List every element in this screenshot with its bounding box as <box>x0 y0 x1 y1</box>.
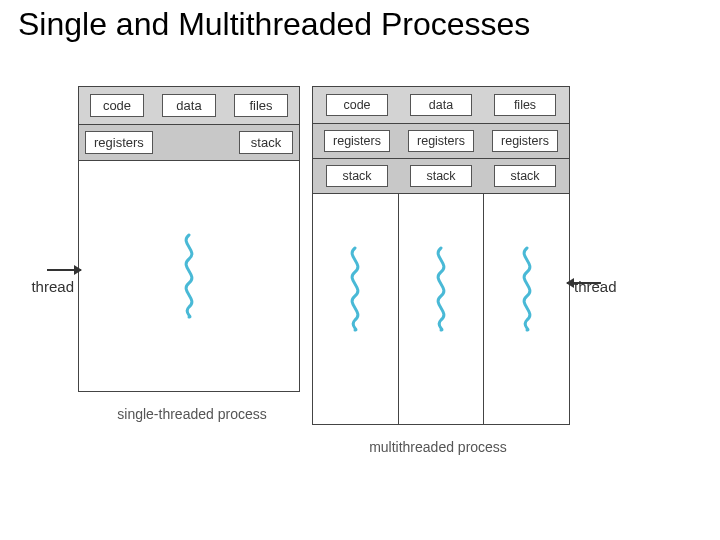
single-threaded-process: code data files registers stack <box>78 86 300 392</box>
slide-title: Single and Multithreaded Processes <box>18 6 530 43</box>
single-caption: single-threaded process <box>117 406 266 422</box>
multi-caption: multithreaded process <box>369 439 507 455</box>
code-box: code <box>326 94 388 116</box>
code-box: code <box>90 94 144 117</box>
stack-box: stack <box>239 131 293 154</box>
threads-area <box>79 161 299 391</box>
arrow-right-icon <box>47 269 81 271</box>
thread-squiggle-icon <box>177 233 201 319</box>
arrow-left-icon <box>567 282 601 284</box>
data-box: data <box>162 94 216 117</box>
per-thread-resources-row: registers stack <box>79 125 299 161</box>
thread-squiggle-icon <box>515 246 539 332</box>
files-box: files <box>234 94 288 117</box>
registers-box: registers <box>408 130 474 152</box>
thread-column <box>484 194 569 424</box>
thread-column <box>79 161 299 391</box>
thread-column <box>313 194 399 424</box>
thread-squiggle-icon <box>343 246 367 332</box>
thread-squiggle-icon <box>429 246 453 332</box>
thread-column <box>399 194 485 424</box>
registers-box: registers <box>492 130 558 152</box>
stack-box: stack <box>410 165 472 187</box>
stack-box: stack <box>494 165 556 187</box>
registers-box: registers <box>85 131 153 154</box>
files-box: files <box>494 94 556 116</box>
thread-label-right: thread <box>570 278 640 295</box>
thread-label-left: thread <box>0 278 78 295</box>
threads-area <box>313 194 569 424</box>
stack-box: stack <box>326 165 388 187</box>
shared-resources-row: code data files <box>79 87 299 125</box>
shared-resources-row: code data files <box>313 87 569 124</box>
data-box: data <box>410 94 472 116</box>
multithreaded-process: code data files registers registers regi… <box>312 86 570 425</box>
registers-box: registers <box>324 130 390 152</box>
diagram-container: thread code data files registers stack <box>0 86 720 455</box>
stack-row: stack stack stack <box>313 159 569 194</box>
registers-row: registers registers registers <box>313 124 569 159</box>
